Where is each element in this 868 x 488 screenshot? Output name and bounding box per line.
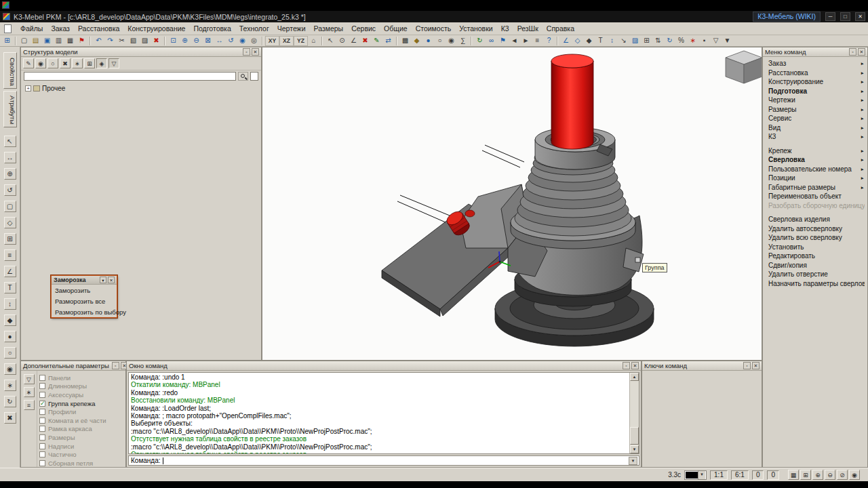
wiki-link[interactable]: К3-Мебель (WIKI) (753, 12, 821, 22)
scroll-thumb[interactable] (630, 427, 639, 445)
toolbar-button[interactable] (162, 36, 167, 46)
cmd-move-copy[interactable]: Сдвиг/копия (763, 261, 867, 270)
materials-tool[interactable]: ◆ (4, 314, 16, 326)
text-button[interactable]: Т (595, 36, 606, 46)
zoom-extents-button[interactable]: ⊠ (202, 36, 214, 46)
list-icon[interactable]: ≡ (24, 400, 35, 410)
cmd-drilling[interactable]: Сверловка ► (763, 155, 867, 165)
ep-profiles[interactable]: Профили (39, 407, 124, 416)
explode-button[interactable]: ∗ (687, 36, 698, 46)
menu-technolog[interactable]: Технолог (235, 23, 273, 34)
delete-tool[interactable]: ✖ (4, 412, 16, 424)
lock-button[interactable]: ▪ (698, 36, 710, 46)
flag-blue-button[interactable]: ⚑ (497, 36, 509, 46)
edit-button[interactable]: ✎ (371, 36, 382, 46)
expand-icon[interactable]: + (25, 85, 31, 92)
command-input[interactable]: Команда: ▼ (128, 455, 639, 466)
tree-item-prochee[interactable]: + Прочее (21, 82, 261, 92)
link-button[interactable]: ∞ (486, 36, 497, 46)
rotate-button[interactable]: ↻ (664, 36, 675, 46)
toolbar-button[interactable] (260, 36, 265, 46)
checkbox-icon[interactable] (39, 392, 45, 398)
filter-button[interactable]: ▽ (710, 36, 722, 46)
visibility-button[interactable]: ◉ (35, 58, 46, 68)
snap-toggle-button[interactable]: ⊞ (800, 470, 811, 480)
redo-button[interactable]: ↷ (104, 36, 116, 46)
ep-panels[interactable]: Панели (39, 373, 124, 382)
axes-button[interactable]: ∠ (560, 36, 572, 46)
stats-button[interactable]: ∑ (457, 36, 469, 46)
cmd-product-drilling[interactable]: Сверловка изделия (763, 215, 867, 224)
ep-room-parts[interactable]: Комната и её части (39, 416, 124, 425)
checkbox-icon[interactable] (39, 443, 45, 449)
plane-button[interactable]: ◇ (572, 36, 583, 46)
toolbar-button[interactable] (555, 36, 560, 46)
view-home-button[interactable]: ⌂ (308, 36, 319, 46)
close-icon[interactable]: ✕ (752, 362, 760, 369)
command-menu-item[interactable] (763, 210, 867, 215)
ep-fastener-group[interactable]: Группа крепежа (39, 399, 124, 408)
snap-button[interactable]: ⊙ (336, 36, 348, 46)
menu-order[interactable]: Заказ (47, 23, 74, 34)
command-menu-item[interactable] (763, 142, 867, 146)
checkbox-icon[interactable] (39, 434, 45, 441)
menu-files[interactable]: Файлы (16, 23, 47, 34)
tree-filter-button[interactable]: ▽ (108, 58, 119, 68)
checkbox-icon[interactable] (39, 418, 45, 424)
close-button[interactable]: ✕ (855, 12, 865, 21)
filter-icon[interactable]: ▽ (24, 374, 35, 384)
toolbar-button[interactable] (394, 36, 399, 46)
zoom-out-button[interactable]: ⊖ (191, 36, 202, 46)
checkbox-icon[interactable] (39, 401, 45, 407)
ep-assembly-hinge[interactable]: Сборная петля (39, 459, 124, 468)
ep-long-parts[interactable]: Длинномеры (39, 382, 124, 391)
cmd-disassemble-unit[interactable]: Разобрать сборочную единицу (763, 201, 867, 211)
panel-header[interactable]: Меню команд ▫ ✕ (763, 47, 867, 57)
collapse-icon[interactable]: ▾ (100, 277, 106, 283)
pin-icon[interactable]: ▫ (243, 48, 250, 56)
camera-tool[interactable]: ◉ (4, 363, 16, 375)
ep-dimensions[interactable]: Размеры (39, 433, 124, 442)
group-button[interactable]: ▩ (399, 36, 411, 46)
camera-button[interactable]: ◉ (446, 36, 457, 46)
panel-header[interactable]: Окно команд ▫ ✕ (127, 361, 641, 371)
scale-ratio-2[interactable]: 6:1 (731, 470, 749, 480)
hide-button[interactable]: ○ (47, 58, 58, 68)
solid-button[interactable]: ◆ (583, 36, 595, 46)
ep-frame[interactable]: Рамка каркаса (39, 425, 124, 434)
array-button[interactable]: ⊞ (641, 36, 652, 46)
layers-tool[interactable]: ≡ (4, 249, 16, 261)
table-button[interactable]: ⊞ (84, 58, 95, 68)
dimension-tool[interactable]: ↕ (4, 298, 16, 310)
checkbox-icon[interactable] (39, 383, 45, 389)
structure-search-input[interactable] (24, 72, 236, 81)
select-button[interactable]: ↖ (325, 36, 336, 46)
toolbar-button[interactable] (469, 36, 474, 46)
cmd-rename-object[interactable]: Переименовать объект (763, 192, 867, 201)
cmd-drawings[interactable]: Чертежи ► (763, 96, 867, 105)
cmd-edit[interactable]: Редактировать (763, 251, 867, 261)
ep-labels[interactable]: Надписи (39, 442, 124, 451)
cmd-delete-auto-drilling[interactable]: Удалить автосверловку (763, 224, 867, 234)
import-button[interactable]: ▥ (53, 36, 64, 46)
settings-button[interactable]: ≡ (532, 36, 543, 46)
locate-button[interactable]: ◈ (96, 58, 107, 68)
cmd-dimensions[interactable]: Размеры ► (763, 105, 867, 115)
dropdown-button[interactable]: ▼ (722, 36, 733, 46)
update-button[interactable]: ↻ (474, 36, 486, 46)
cmd-order[interactable]: Заказ ► (763, 59, 867, 68)
render-button[interactable]: ● (422, 36, 434, 46)
select-tool[interactable]: ↖ (4, 136, 16, 147)
unfreeze-all-item[interactable]: Разморозить все (52, 296, 117, 306)
order-flag-button[interactable]: ⚑ (76, 36, 87, 46)
scrollbar[interactable]: ▲ ▼ (629, 373, 639, 453)
close-icon[interactable]: ✕ (252, 48, 259, 56)
cmd-delete-all-drilling[interactable]: Удалить всю сверловку (763, 233, 867, 243)
panel-header[interactable]: Ключи команд ▫ ✕ (642, 361, 762, 371)
checkbox-icon[interactable] (39, 451, 45, 458)
hatch-button[interactable]: ▨ (629, 36, 641, 46)
menu-preparation[interactable]: Подготовка (189, 23, 235, 34)
menu-drawings[interactable]: Чертежи (273, 23, 310, 34)
iso-view-tool[interactable]: ◇ (4, 217, 16, 228)
color-combo[interactable]: ▼ (684, 470, 707, 480)
